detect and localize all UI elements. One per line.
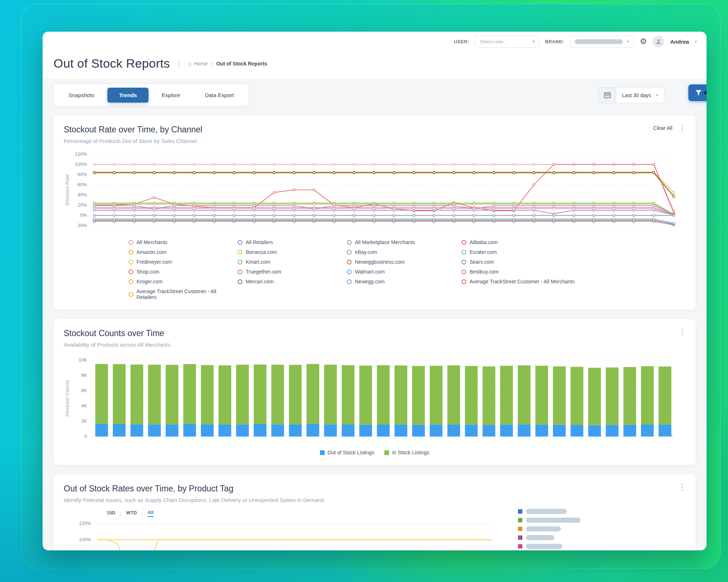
series-ring-icon bbox=[128, 279, 133, 284]
svg-text:0: 0 bbox=[84, 434, 87, 439]
legend-item-ebay-com[interactable]: eBay.com bbox=[347, 249, 462, 255]
breadcrumb-home[interactable]: ⌂ Home bbox=[188, 60, 207, 67]
range-tabs: 15D|WTD|All bbox=[107, 510, 497, 517]
legend-item-shop-com[interactable]: Shop.com bbox=[128, 269, 238, 275]
legend-item-amazon-com[interactable]: Amazon.com bbox=[128, 249, 238, 255]
legend-item-label: All Retailers bbox=[246, 239, 273, 245]
product-tag-legend bbox=[518, 509, 674, 550]
legend-item-neweggbusiness-com[interactable]: Neweggbusiness.com bbox=[347, 259, 462, 265]
legend-item-label: Bestbuy.com bbox=[470, 269, 499, 275]
breadcrumb-separator: / bbox=[211, 61, 213, 66]
legend-item-label: Mercari.com bbox=[246, 279, 274, 284]
kebab-menu-icon[interactable]: ⋮ bbox=[678, 124, 686, 132]
legend-item-all-merchants[interactable]: All Merchants bbox=[128, 239, 238, 245]
svg-text:120%: 120% bbox=[75, 151, 87, 157]
brand-select[interactable]: ▾ bbox=[570, 35, 634, 48]
legend-item-mercari-com[interactable]: Mercari.com bbox=[238, 279, 347, 284]
tab-snapshots[interactable]: Snapshots bbox=[57, 88, 106, 103]
series-ring-icon bbox=[238, 240, 242, 245]
clear-all-button[interactable]: Clear All bbox=[653, 125, 672, 131]
legend-item-redacted-5[interactable] bbox=[518, 544, 674, 549]
legend-item-kroger-com[interactable]: Kroger.com bbox=[128, 279, 238, 284]
legend-item-redacted-3[interactable] bbox=[518, 526, 674, 531]
range-tab-15d[interactable]: 15D bbox=[107, 510, 115, 517]
legend-item-out-of-stock-listings[interactable]: Out of Stock Listings bbox=[320, 450, 374, 455]
legend-item-redacted-2[interactable] bbox=[518, 518, 674, 523]
date-range-select[interactable]: Last 30 days ▾ bbox=[616, 88, 664, 103]
svg-text:80%: 80% bbox=[78, 172, 87, 177]
svg-text:100%: 100% bbox=[79, 537, 91, 542]
series-ring-icon bbox=[462, 250, 466, 255]
brand-label: BRAND: bbox=[545, 39, 564, 44]
filter-toggle-knob[interactable] bbox=[704, 91, 707, 95]
legend-item-sears-com[interactable]: Sears.com bbox=[462, 259, 685, 265]
kebab-menu-icon[interactable]: ⋮ bbox=[678, 483, 686, 491]
brand-redacted-value bbox=[575, 39, 623, 44]
series-ring-icon bbox=[462, 270, 466, 274]
tab-data-export[interactable]: Data Export bbox=[193, 88, 245, 103]
legend-item-redacted-1[interactable] bbox=[518, 509, 674, 514]
legend-item-truegether-com[interactable]: Truegether.com bbox=[238, 269, 347, 275]
chevron-down-icon[interactable]: ▾ bbox=[695, 39, 697, 44]
user-select-placeholder: Select user... bbox=[480, 39, 507, 44]
date-range-value: Last 30 days bbox=[622, 92, 651, 98]
avatar[interactable] bbox=[653, 36, 664, 47]
main-content: Stockout Rate over Time, by Channel Perc… bbox=[43, 106, 707, 550]
legend-item-walmart-com[interactable]: Walmart.com bbox=[347, 269, 462, 275]
legend-item-label: Alibaba.com bbox=[470, 239, 498, 245]
legend-item-all-marketplace-merchants[interactable]: All Marketplace Merchants bbox=[347, 239, 462, 245]
legend-item-average-trackstreet-customer-all-retailers[interactable]: Average TrackStreet Customer - All Retai… bbox=[128, 288, 238, 300]
tab-trends[interactable]: Trends bbox=[107, 88, 149, 103]
range-tab-wtd[interactable]: WTD bbox=[126, 510, 137, 517]
legend-item-in-stock-listings[interactable]: In Stock Listings bbox=[384, 450, 429, 455]
channel-line-chart: 120%100%80%60%40%20%0%20%Stockout Rate bbox=[64, 150, 682, 232]
legend-item-redacted-4[interactable] bbox=[518, 535, 674, 540]
filter-button[interactable] bbox=[688, 84, 707, 101]
card-rates-by-product-tag: Out of Stock Rates over Time, by Product… bbox=[54, 474, 696, 550]
breadcrumb-current: Out of Stock Reports bbox=[216, 61, 267, 67]
legend-item-all-retailers[interactable]: All Retailers bbox=[238, 239, 347, 245]
user-label: USER: bbox=[454, 39, 469, 44]
legend-item-bestbuy-com[interactable]: Bestbuy.com bbox=[462, 269, 685, 275]
svg-text:20%: 20% bbox=[78, 202, 87, 208]
legend-redacted-label bbox=[526, 526, 561, 531]
legend-item-label: Kroger.com bbox=[136, 279, 163, 284]
filter-funnel-icon bbox=[695, 89, 703, 97]
svg-text:Stockout Rate: Stockout Rate bbox=[64, 174, 70, 206]
legend-item-alibaba-com[interactable]: Alibaba.com bbox=[462, 239, 685, 245]
legend-item-kmart-com[interactable]: Kmart.com bbox=[238, 259, 347, 265]
tabs-row: SnapshotsTrendsExploreData Export Last 3… bbox=[43, 79, 707, 106]
series-swatch-icon bbox=[518, 535, 522, 540]
topbar: USER: Select user... ▾ BRAND: ▾ ⚙ Andrea… bbox=[43, 32, 707, 51]
series-swatch-icon bbox=[518, 544, 522, 549]
series-ring-icon bbox=[347, 260, 352, 264]
kebab-menu-icon[interactable]: ⋮ bbox=[678, 328, 686, 336]
range-tab-all[interactable]: All bbox=[147, 510, 154, 517]
username[interactable]: Andrea bbox=[670, 39, 689, 45]
tab-explore[interactable]: Explore bbox=[150, 88, 192, 103]
card-title: Stockout Counts over Time bbox=[64, 328, 685, 338]
gear-icon[interactable]: ⚙ bbox=[640, 37, 647, 45]
date-controls: Last 30 days ▾ bbox=[598, 87, 664, 103]
title-divider: | bbox=[178, 59, 180, 68]
legend-item-label: Bonanza.com bbox=[246, 249, 277, 255]
home-icon: ⌂ bbox=[188, 60, 191, 67]
legend-item-label: Amazon.com bbox=[136, 249, 166, 255]
legend-item-label: Newegg.com bbox=[355, 279, 385, 284]
series-swatch-icon bbox=[518, 518, 522, 522]
legend-item-label: Truegether.com bbox=[246, 269, 281, 275]
chevron-down-icon: ▾ bbox=[656, 93, 658, 97]
svg-text:8K: 8K bbox=[81, 372, 87, 378]
legend-item-fredmeyer-com[interactable]: Fredmeyer.com bbox=[128, 259, 238, 265]
card-subtitle: Percentage of Products Out of Stock by S… bbox=[64, 138, 685, 144]
legend-item-bonanza-com[interactable]: Bonanza.com bbox=[238, 249, 347, 255]
svg-text:4K: 4K bbox=[81, 403, 87, 408]
legend-item-ecrater-com[interactable]: Ecrater.com bbox=[462, 249, 685, 255]
series-ring-icon bbox=[462, 279, 466, 284]
svg-text:Stockout Counts: Stockout Counts bbox=[64, 380, 70, 416]
user-select[interactable]: Select user... ▾ bbox=[475, 35, 539, 48]
calendar-button[interactable] bbox=[598, 88, 616, 103]
legend-item-average-trackstreet-customer-all-merchants[interactable]: Average TrackStreet Customer - All Merch… bbox=[462, 279, 685, 284]
legend-item-label: Neweggbusiness.com bbox=[355, 259, 405, 265]
legend-item-newegg-com[interactable]: Newegg.com bbox=[347, 279, 462, 284]
